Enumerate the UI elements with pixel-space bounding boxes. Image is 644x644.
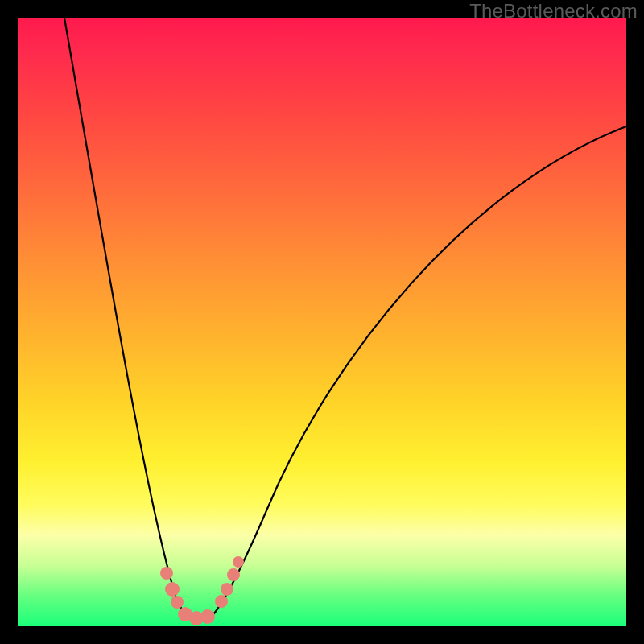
curve-left-branch xyxy=(64,18,191,617)
data-marker xyxy=(227,568,240,581)
data-marker xyxy=(171,596,184,609)
data-marker xyxy=(200,609,215,624)
marker-group xyxy=(160,556,244,625)
chart-frame: TheBottleneck.com xyxy=(0,0,644,644)
curve-right-branch xyxy=(214,126,626,613)
data-marker xyxy=(233,556,244,568)
watermark-text: TheBottleneck.com xyxy=(469,0,638,23)
data-marker xyxy=(160,567,173,580)
curve-group xyxy=(64,18,626,619)
data-marker xyxy=(215,595,228,608)
data-marker xyxy=(221,583,233,596)
bottleneck-curve xyxy=(18,18,626,626)
data-marker xyxy=(165,582,180,597)
